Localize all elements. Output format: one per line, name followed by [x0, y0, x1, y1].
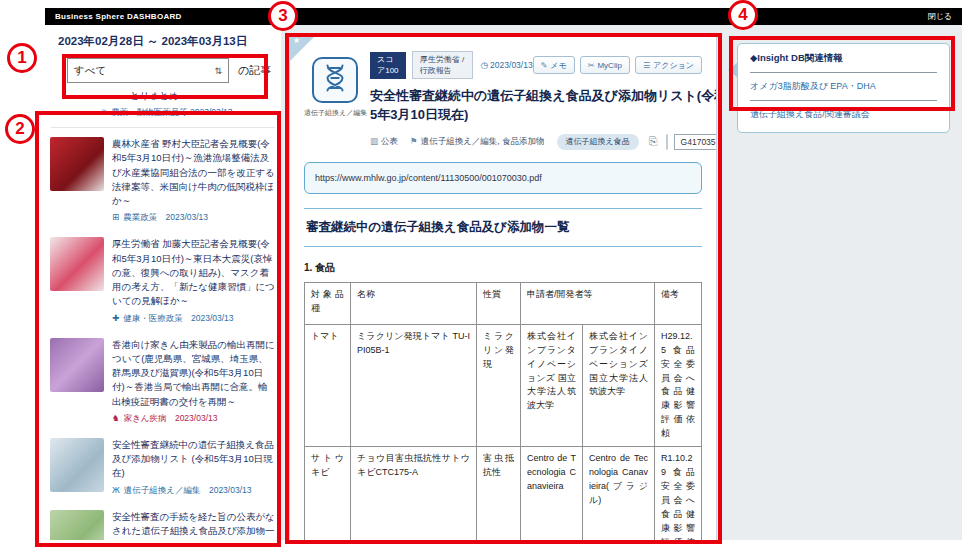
clip-icon: ✂	[588, 61, 595, 70]
top-bar: Business Sphere DASHBOARD 閉じる	[45, 8, 962, 25]
cell: 害虫抵抗性	[477, 447, 521, 542]
copy-icon[interactable]: ⎘	[649, 135, 658, 148]
table-caption: 1. 食品	[304, 261, 702, 275]
article-thumbnail	[50, 137, 104, 191]
article-date: 2023/03/13	[209, 485, 252, 495]
score-badge: スコア100	[370, 52, 406, 79]
food-table: 対象品種 名称 性質 申請者/開発者等 備考 トマト ミラクリン発現トマト TU…	[304, 282, 702, 542]
article-thumbnail	[50, 438, 104, 492]
category-icon: Ж	[112, 485, 120, 495]
annotation-circle-1: 1	[7, 43, 37, 73]
col-target: 対象品種	[305, 282, 351, 324]
visibility-label: ▥公表	[370, 136, 398, 148]
category-icon: ✚	[112, 313, 119, 323]
article-title: 安全性審査継続中の遺伝子組換え食品及び添加物リスト (令和5年3月10日現在)	[112, 438, 275, 481]
col-applicant: 申請者/開発者等	[521, 282, 655, 324]
insight-link-omega3[interactable]: オメガ3脂肪酸及び EPA・DHA	[750, 73, 937, 101]
article-title: 農林水産省 野村大臣記者会見概要(令和5年3月10日付)～漁港漁場整備法及び水産…	[112, 137, 275, 208]
category-badge	[312, 57, 358, 103]
cell: R1.10.29 食品安全委員会へ食品健康影響評価依頼	[655, 447, 702, 542]
insight-link-gmo[interactable]: 遺伝子組換え食品/関連審議会	[750, 101, 937, 128]
cell: チョウ目害虫抵抗性サトウキビCTC175-A	[351, 447, 477, 542]
annotation-circle-2: 2	[5, 114, 35, 144]
source-url-link[interactable]: https://www.mhlw.go.jp/content/11130500/…	[304, 162, 702, 194]
myclip-button[interactable]: ✂MyClip	[580, 56, 630, 74]
filter-suffix-label: の記事	[238, 63, 271, 78]
category-label: 農薬・動物医薬品等	[111, 107, 188, 117]
cell: H29.12.5 食品安全委員会へ食品健康影響評価依頼	[655, 324, 702, 447]
bar-chart-icon: ▥	[370, 136, 378, 146]
cell: ミラクリン発現トマト TU-IPI05B-1	[351, 324, 477, 447]
dashboard-page: Business Sphere DASHBOARD 閉じる 2023年02月28…	[0, 0, 962, 553]
article-detail-card: ★ 遺伝子組換え／編集 スコア100 厚生労働省 / 行政報告	[289, 36, 717, 542]
article-list-panel: 2023年02月28日 ～ 2023年03月13日 すべて ⇅ の記事 とりまと…	[45, 25, 281, 540]
article-date: 2023/03/13	[166, 212, 209, 222]
memo-button[interactable]: ✎メモ	[533, 56, 575, 74]
category-label: 健康・医療政策	[123, 313, 183, 323]
table-row: トマト ミラクリン発現トマト TU-IPI05B-1 ミラクリン発現 株式会社イ…	[305, 324, 702, 447]
cell: 株式会社インプランタイノベーションズ 国立大学法人 筑波大学	[583, 324, 655, 447]
article-meta-row: ▥公表 ⚑遺伝子組換え／編集, 食品添加物 遺伝子組換え食品 ⎘ ☝0 ☟0 ❝…	[370, 134, 702, 150]
article-title: とりまとめ～	[45, 90, 281, 103]
cell: Centro de Tecnologia Canavieira(ブラジル)	[583, 447, 655, 542]
list-item[interactable]: 安全性審査継続中の遺伝子組換え食品及び添加物リスト (令和5年3月10日現在) …	[50, 431, 277, 503]
list-item[interactable]: 厚生労働省 加藤大臣記者会見概要(令和5年3月10日付)～東日本大震災(哀悼の意…	[50, 230, 277, 330]
article-title: 安全性審査の手続を経た旨の公表がなされた遺伝子組換え食品及び添加物一覧 (令和5…	[112, 510, 275, 541]
category-icon: ✳	[100, 107, 107, 117]
vote-group: ☝0 ☟0 ❝	[666, 134, 668, 150]
action-list-icon: ☰	[643, 61, 650, 70]
article-title: 厚生労働省 加藤大臣記者会見概要(令和5年3月10日付)～東日本大震災(哀悼の意…	[112, 237, 275, 308]
list-item-partial[interactable]: とりまとめ～ ✳農薬・動物医薬品等 2023/03/13	[45, 90, 281, 119]
select-spinner-icon[interactable]: ⇅	[214, 66, 222, 76]
table-header-row: 対象品種 名称 性質 申請者/開発者等 備考	[305, 282, 702, 324]
article-meta: ⊞農業政策 2023/03/13	[112, 212, 275, 224]
article-detail-title: 安全性審査継続中の遺伝子組換え食品及び添加物リスト(令和5年3月10日現在)	[370, 87, 717, 125]
category-badge-label: 遺伝子組換え／編集	[304, 108, 366, 118]
article-meta: ✚健康・医療政策 2023/03/13	[112, 313, 275, 325]
article-meta: ♞家きん疾病 2023/03/13	[112, 413, 275, 425]
insight-title: ◆Insight DB関連情報	[750, 52, 937, 73]
cell: サトウキビ	[305, 447, 351, 542]
category-select-value: すべて	[74, 64, 106, 78]
list-item[interactable]: 香港向け家きん由来製品の輸出再開について(鹿児島県、宮城県、埼玉県、群馬県及び滋…	[50, 331, 277, 431]
keyword-pill[interactable]: 遺伝子組換え食品	[557, 134, 639, 150]
col-note: 備考	[655, 282, 702, 324]
article-date: 2023/03/13	[175, 413, 218, 423]
category-select[interactable]: すべて ⇅	[67, 58, 229, 83]
memo-icon: ✎	[541, 61, 548, 70]
category-icon: ♞	[112, 413, 120, 423]
date-range-label: 2023年02月28日 ～ 2023年03月13日	[58, 34, 281, 49]
article-date: ◷2023/03/13	[481, 60, 533, 70]
category-label: 家きん疾病	[124, 413, 167, 423]
category-label: 農業政策	[123, 212, 157, 222]
article-thumbnail	[50, 338, 104, 392]
tags-label: ⚑遺伝子組換え／編集, 食品添加物	[410, 136, 545, 148]
cell: Centro de Tecnologia Canavieira	[521, 447, 583, 542]
article-title: 香港向け家きん由来製品の輸出再開について(鹿児島県、宮城県、埼玉県、群馬県及び滋…	[112, 338, 275, 409]
action-button[interactable]: ☰アクション	[635, 56, 702, 74]
article-header: 遺伝子組換え／編集 スコア100 厚生労働省 / 行政報告 ◷2023/03/1…	[304, 51, 702, 150]
insight-panel: ◆Insight DB関連情報 オメガ3脂肪酸及び EPA・DHA 遺伝子組換え…	[737, 43, 950, 133]
article-thumbnail	[50, 510, 104, 541]
category-label: 遺伝子組換え／編集	[124, 485, 201, 495]
cell: トマト	[305, 324, 351, 447]
flag-icon: ⚑	[410, 136, 418, 146]
article-date: 2023/03/13	[191, 313, 234, 323]
star-icon: ★	[293, 36, 300, 45]
col-property: 性質	[477, 282, 521, 324]
thumbs-up-button[interactable]: ☝0	[667, 135, 668, 149]
col-name: 名称	[351, 282, 477, 324]
close-button[interactable]: 閉じる	[928, 11, 952, 22]
dna-icon	[320, 63, 350, 97]
cell: ミラクリン発現	[477, 324, 521, 447]
section-heading: 審査継続中の遺伝子組換え食品及び添加物一覧	[304, 208, 702, 247]
article-meta: Ж遺伝子組換え／編集 2023/03/13	[112, 485, 275, 497]
cell: 株式会社インプランタイノベーションズ 国立大学法人筑波大学	[521, 324, 583, 447]
clock-icon: ◷	[481, 60, 488, 70]
source-badge: 厚生労働省 / 行政報告	[412, 51, 473, 79]
table-row: サトウキビ チョウ目害虫抵抗性サトウキビCTC175-A 害虫抵抗性 Centr…	[305, 447, 702, 542]
list-item[interactable]: 安全性審査の手続を経た旨の公表がなされた遺伝子組換え食品及び添加物一覧 (令和5…	[50, 503, 277, 541]
category-icon: ⊞	[112, 212, 119, 222]
list-item[interactable]: 農林水産省 野村大臣記者会見概要(令和5年3月10日付)～漁港漁場整備法及び水産…	[50, 130, 277, 230]
badge-row: スコア100 厚生労働省 / 行政報告 ◷2023/03/13 ✎メモ ✂MyC…	[370, 51, 702, 79]
